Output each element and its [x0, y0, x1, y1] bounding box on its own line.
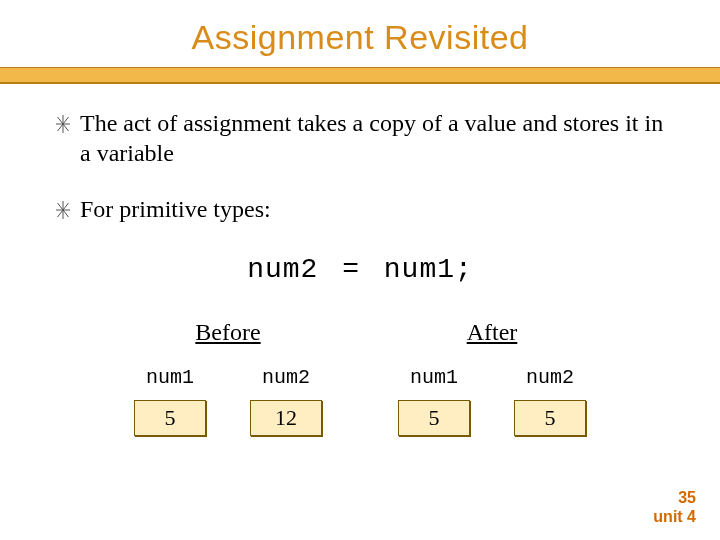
diagram-after: After num1 5 num2 5 — [398, 317, 586, 436]
bullet-item: The act of assignment takes a copy of a … — [56, 108, 664, 168]
var-cell: num1 5 — [398, 365, 470, 436]
divider-band — [0, 67, 720, 84]
var-box: 5 — [514, 400, 586, 436]
diagram-before: Before num1 5 num2 12 — [134, 317, 322, 436]
code-line: num2 = num1; — [56, 252, 664, 287]
bullet-icon — [56, 194, 80, 226]
bullet-item: For primitive types: — [56, 194, 664, 226]
bullet-text: For primitive types: — [80, 194, 664, 224]
var-label: num1 — [146, 365, 194, 390]
slide-footer: 35 unit 4 — [653, 488, 696, 526]
var-box: 5 — [398, 400, 470, 436]
var-cell: num2 12 — [250, 365, 322, 436]
var-label: num2 — [526, 365, 574, 390]
var-label: num1 — [410, 365, 458, 390]
unit-label: unit 4 — [653, 507, 696, 526]
page-number: 35 — [653, 488, 696, 507]
var-box: 12 — [250, 400, 322, 436]
slide: Assignment Revisited The act of assignme… — [0, 0, 720, 540]
diagram: Before num1 5 num2 12 After num1 — [56, 317, 664, 436]
bullet-icon — [56, 108, 80, 140]
slide-body: The act of assignment takes a copy of a … — [0, 84, 720, 436]
after-row: num1 5 num2 5 — [398, 365, 586, 436]
slide-title: Assignment Revisited — [0, 0, 720, 57]
var-box: 5 — [134, 400, 206, 436]
var-cell: num1 5 — [134, 365, 206, 436]
before-heading: Before — [134, 317, 322, 347]
var-cell: num2 5 — [514, 365, 586, 436]
after-heading: After — [398, 317, 586, 347]
before-row: num1 5 num2 12 — [134, 365, 322, 436]
bullet-text: The act of assignment takes a copy of a … — [80, 108, 664, 168]
var-label: num2 — [262, 365, 310, 390]
